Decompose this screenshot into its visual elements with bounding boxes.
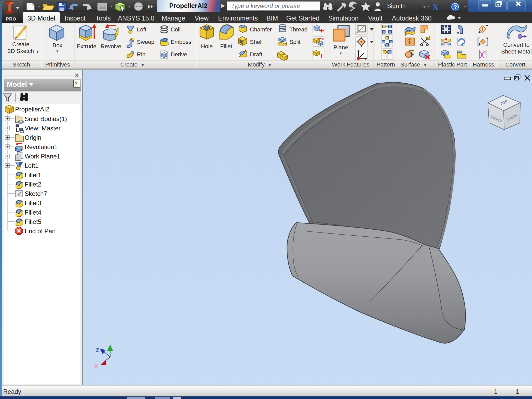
svg-text:?: ? [454,4,457,10]
svg-text:X: X [94,363,98,370]
svg-text:X: X [432,1,439,12]
svg-text:Z: Z [96,347,99,354]
svg-text:PRO: PRO [6,17,16,22]
